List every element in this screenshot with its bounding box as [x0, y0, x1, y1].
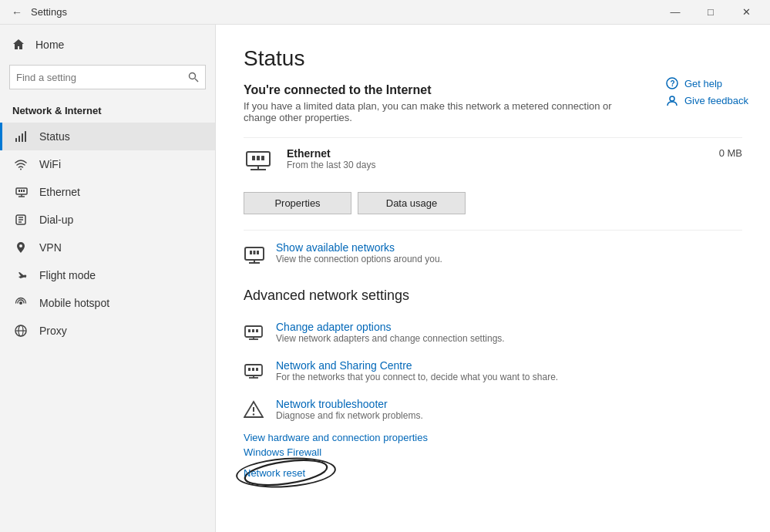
sidebar-item-label: Proxy	[39, 325, 67, 337]
svg-rect-5	[25, 131, 26, 142]
adapter-icon	[244, 322, 265, 342]
properties-button[interactable]: Properties	[244, 192, 351, 214]
svg-rect-37	[248, 329, 251, 332]
main-layout: Home Network & Internet S	[0, 25, 770, 532]
hotspot-icon	[15, 297, 29, 309]
adv-item-sharing[interactable]: Network and Sharing Centre For the netwo…	[244, 352, 742, 390]
content-area: ? Get help Give feedback Status You're c…	[216, 25, 770, 532]
svg-rect-44	[252, 368, 254, 371]
minimize-button[interactable]: —	[657, 0, 693, 25]
get-help-link[interactable]: ? Get help	[666, 77, 748, 89]
network-reset-wrap: Network reset	[244, 464, 305, 482]
advanced-section-title: Advanced network settings	[244, 288, 742, 304]
flightmode-icon	[15, 269, 29, 281]
sidebar-item-wifi[interactable]: WiFi	[0, 150, 215, 178]
svg-point-0	[190, 73, 196, 79]
sidebar-item-label: Dial-up	[39, 214, 73, 226]
sidebar-item-dialup[interactable]: Dial-up	[0, 206, 215, 234]
svg-point-50	[253, 413, 254, 415]
sharing-sub: For the networks that you connect to, de…	[276, 372, 558, 382]
sidebar: Home Network & Internet S	[0, 25, 216, 532]
give-feedback-link[interactable]: Give feedback	[666, 94, 748, 106]
search-input[interactable]	[16, 72, 188, 83]
windows-firewall-link[interactable]: Windows Firewall	[244, 446, 742, 458]
troubleshooter-title[interactable]: Network troubleshooter	[276, 398, 423, 410]
svg-rect-27	[261, 156, 264, 160]
home-icon	[12, 39, 26, 51]
svg-rect-32	[254, 251, 256, 254]
ethernet-row-icon	[244, 147, 277, 173]
vpn-icon	[15, 241, 29, 254]
view-hardware-link[interactable]: View hardware and connection properties	[244, 432, 742, 443]
sidebar-item-vpn[interactable]: VPN	[0, 234, 215, 261]
svg-rect-26	[257, 156, 260, 160]
networks-icon	[244, 243, 265, 264]
connection-sub: If you have a limited data plan, you can…	[244, 100, 614, 123]
svg-rect-31	[250, 251, 252, 254]
status-icon	[15, 130, 29, 143]
sidebar-item-label: Status	[39, 130, 70, 143]
feedback-icon	[666, 94, 678, 106]
svg-rect-2	[15, 138, 17, 142]
search-box	[9, 65, 206, 89]
sidebar-item-mobilehotspot[interactable]: Mobile hotspot	[0, 289, 215, 317]
ethernet-details: Ethernet From the last 30 days	[287, 147, 704, 170]
ethernet-size: 0 MB	[704, 147, 742, 159]
svg-rect-4	[22, 133, 23, 142]
page-title: Status	[244, 46, 742, 71]
ethernet-icon	[15, 186, 29, 198]
show-networks-title[interactable]: Show available networks	[276, 241, 442, 254]
troubleshooter-icon	[244, 399, 265, 419]
window-controls: — □ ✕	[657, 0, 764, 25]
svg-rect-38	[252, 329, 254, 332]
svg-point-6	[20, 169, 22, 170]
svg-rect-8	[18, 190, 20, 192]
ethernet-name: Ethernet	[287, 147, 704, 160]
sharing-title[interactable]: Network and Sharing Centre	[276, 359, 558, 372]
svg-rect-9	[21, 190, 22, 192]
close-button[interactable]: ✕	[728, 0, 764, 25]
show-networks-sub: View the connection options around you.	[276, 254, 442, 264]
wifi-icon	[15, 158, 29, 170]
svg-rect-45	[256, 368, 258, 371]
svg-rect-25	[252, 156, 255, 160]
sidebar-item-label: WiFi	[39, 158, 61, 170]
buttons-row: Properties Data usage	[244, 192, 742, 214]
svg-point-23	[670, 96, 674, 101]
svg-text:?: ?	[670, 79, 674, 88]
help-icon: ?	[666, 77, 678, 89]
svg-point-17	[19, 301, 22, 305]
help-panel: ? Get help Give feedback	[666, 77, 748, 106]
sharing-icon	[244, 361, 265, 381]
maximize-button[interactable]: □	[693, 0, 728, 25]
adapter-title[interactable]: Change adapter options	[276, 321, 505, 333]
sharing-text: Network and Sharing Centre For the netwo…	[276, 359, 558, 382]
adapter-sub: View network adapters and change connect…	[276, 333, 505, 344]
sidebar-item-label: Ethernet	[39, 186, 80, 198]
troubleshooter-sub: Diagnose and fix network problems.	[276, 410, 423, 421]
back-button[interactable]: ←	[6, 2, 28, 23]
svg-rect-43	[248, 368, 251, 371]
svg-rect-33	[257, 251, 259, 254]
data-usage-button[interactable]: Data usage	[358, 192, 466, 214]
adv-item-troubleshooter[interactable]: Network troubleshooter Diagnose and fix …	[244, 390, 742, 429]
titlebar: ← Settings — □ ✕	[0, 0, 770, 25]
ethernet-row: Ethernet From the last 30 days 0 MB	[244, 137, 742, 183]
titlebar-title: Settings	[31, 6, 67, 18]
sidebar-home[interactable]: Home	[0, 31, 215, 59]
svg-rect-39	[256, 329, 258, 332]
svg-rect-3	[18, 136, 20, 142]
adv-item-adapter[interactable]: Change adapter options View network adap…	[244, 313, 742, 352]
sidebar-item-ethernet[interactable]: Ethernet	[0, 178, 215, 206]
sidebar-item-status[interactable]: Status	[0, 123, 215, 150]
sidebar-item-proxy[interactable]: Proxy	[0, 317, 215, 345]
show-networks-text: Show available networks View the connect…	[276, 241, 442, 264]
sidebar-item-label: Mobile hotspot	[39, 297, 109, 309]
sidebar-section-title: Network & Internet	[0, 96, 215, 123]
svg-line-1	[195, 79, 198, 82]
network-reset-link[interactable]: Network reset	[244, 467, 305, 479]
svg-rect-10	[23, 190, 25, 192]
show-networks-option[interactable]: Show available networks View the connect…	[244, 230, 742, 275]
sidebar-item-flightmode[interactable]: Flight mode	[0, 261, 215, 289]
sidebar-home-label: Home	[35, 39, 64, 51]
